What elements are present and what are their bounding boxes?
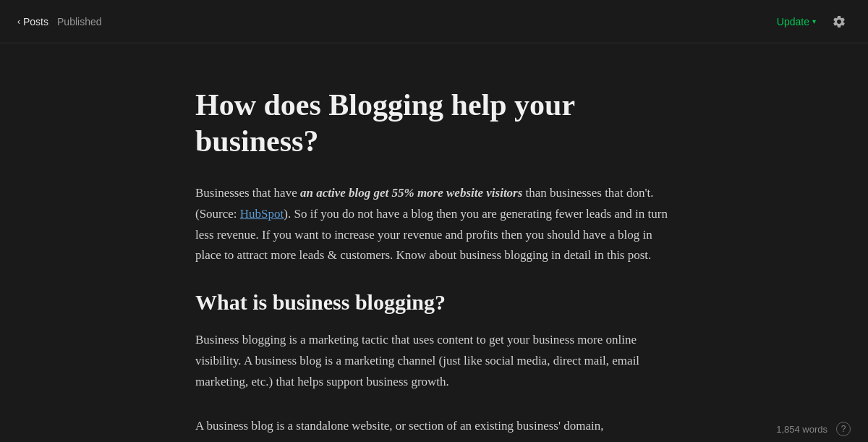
back-to-posts-link[interactable]: ‹ Posts (17, 16, 48, 27)
section1-heading: What is business blogging? (195, 289, 673, 315)
article-content: How does Blogging help your business? Bu… (195, 43, 673, 442)
nav-left: ‹ Posts Published (17, 16, 102, 27)
back-link-label: Posts (23, 16, 48, 27)
hubspot-link[interactable]: HubSpot (240, 207, 284, 221)
word-count-label: 1,854 words (776, 424, 827, 435)
gear-icon (832, 14, 846, 29)
back-chevron-icon: ‹ (17, 17, 20, 27)
post-status-badge: Published (57, 16, 102, 27)
help-button[interactable]: ? (836, 422, 851, 436)
bottom-status-bar: 1,854 words ? (0, 416, 868, 442)
article-title: How does Blogging help your business? (195, 87, 673, 160)
nav-right: Update ▾ (777, 10, 851, 33)
settings-button[interactable] (827, 10, 851, 33)
help-icon: ? (841, 424, 846, 434)
update-chevron-icon: ▾ (812, 17, 816, 25)
update-button-label: Update (777, 16, 809, 27)
article-intro-paragraph: Businesses that have an active blog get … (195, 183, 673, 267)
section1-body-paragraph: Business blogging is a marketing tactic … (195, 330, 673, 393)
top-navigation: ‹ Posts Published Update ▾ (0, 0, 868, 43)
intro-text-before-bold: Businesses that have (195, 186, 300, 200)
update-button[interactable]: Update ▾ (777, 16, 816, 27)
intro-bold-italic-text: an active blog get 55% more website visi… (300, 186, 522, 200)
